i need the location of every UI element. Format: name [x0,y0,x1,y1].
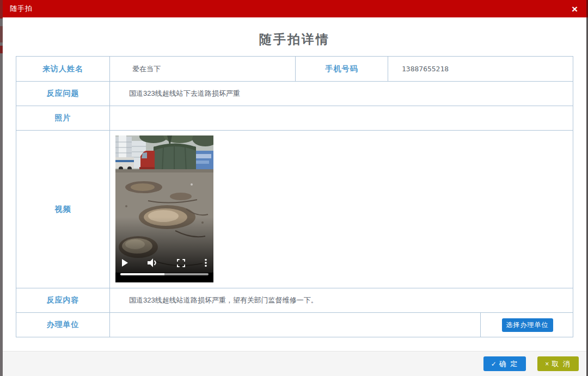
cancel-button[interactable]: × 取 消 [537,356,579,371]
field-label-phone: 手机号码 [295,57,388,81]
video-progress-bar[interactable] [120,273,209,275]
field-value-issue: 国道323线超线站下去道路损坏严重 [109,82,573,106]
close-icon[interactable]: × [572,4,578,14]
video-progress-fill [120,273,164,275]
dialog-header: 随手拍 × [3,0,586,17]
field-value-unit [109,313,480,337]
table-row: 来访人姓名 爱在当下 手机号码 13887655218 [16,57,573,81]
field-value-video [109,131,573,288]
confirm-button[interactable]: ✓ 确 定 [483,356,526,371]
field-label-photo: 照片 [16,106,109,130]
table-row: 照片 [16,106,573,130]
field-label-content: 反应内容 [16,288,109,312]
select-unit-button[interactable]: 选择办理单位 [502,318,553,332]
page-title: 随手拍详情 [3,17,586,56]
table-row: 反应内容 国道323线超线站道路损坏严重，望有关部门监督维修一下。 [16,288,573,312]
field-label-video: 视频 [16,131,109,288]
window-title: 随手拍 [10,4,33,14]
volume-icon[interactable] [148,258,158,267]
field-value-photo [109,106,573,130]
fullscreen-icon[interactable] [177,259,185,267]
x-icon: × [545,360,549,368]
confirm-button-label: 确 定 [499,359,519,369]
dialog-body: 随手拍详情 来访人姓名 爱在当下 手机号码 13887655218 反应问题 国… [3,17,586,351]
play-icon[interactable] [122,259,128,267]
more-options-icon[interactable] [205,258,207,267]
detail-table: 来访人姓名 爱在当下 手机号码 13887655218 反应问题 国道323线超… [16,56,573,337]
check-icon: ✓ [491,360,497,368]
field-value-phone: 13887655218 [388,57,573,81]
field-label-visitor-name: 来访人姓名 [16,57,109,81]
table-row: 反应问题 国道323线超线站下去道路损坏严重 [16,81,573,106]
table-row: 办理单位 选择办理单位 [16,312,573,337]
unit-button-cell: 选择办理单位 [480,313,574,337]
video-controls [115,257,213,268]
cancel-button-label: 取 消 [552,359,571,369]
field-label-unit: 办理单位 [16,313,109,337]
suishoupai-dialog: 随手拍 × 随手拍详情 来访人姓名 爱在当下 手机号码 13887655218 … [3,0,586,376]
field-value-content: 国道323线超线站道路损坏严重，望有关部门监督维修一下。 [109,288,573,312]
table-row: 视频 [16,130,573,288]
dialog-footer: ✓ 确 定 × 取 消 [3,351,586,376]
field-label-issue: 反应问题 [16,82,109,106]
field-value-visitor-name: 爱在当下 [109,57,295,81]
video-player[interactable] [115,135,213,282]
